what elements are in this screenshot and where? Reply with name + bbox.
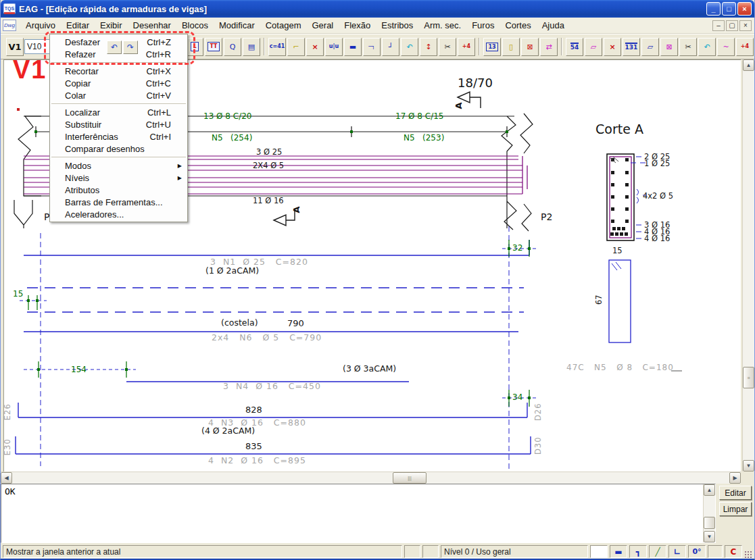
menu-item-colar[interactable]: Colar Ctrl+V (50, 89, 187, 101)
ortho-mode-icon[interactable]: ┓ (629, 545, 647, 558)
mdi-restore-button[interactable]: ▢ (726, 20, 738, 31)
command-scrollbar[interactable]: ▲ ▼ (703, 484, 715, 542)
table-list-button[interactable]: ▤ (243, 38, 260, 56)
edit-command-button[interactable]: Editar (719, 486, 752, 500)
menu-blocos[interactable]: Blocos (176, 18, 214, 32)
magnet-icon[interactable]: C (725, 545, 742, 558)
menu-label: Modos (65, 161, 171, 171)
menu-geral[interactable]: Geral (306, 18, 339, 32)
menu-label: Substituir (65, 120, 146, 130)
para-outline-button[interactable]: ▱ (641, 38, 659, 56)
stirrup-spacing-button[interactable]: u|u (325, 38, 343, 56)
menu-item-substituir[interactable]: Substituir Ctrl+U (50, 118, 187, 130)
bar-divide-button[interactable]: +4 (458, 38, 475, 56)
cmd-scroll-up-icon[interactable]: ▲ (704, 484, 715, 496)
scroll-down-icon[interactable]: ▼ (743, 460, 754, 472)
menu-item-barras[interactable]: Barras de Ferramentas... (50, 196, 187, 208)
bar-segment-button[interactable]: ▬ (344, 38, 362, 56)
loop2-button[interactable]: ↶ (698, 38, 716, 56)
bar-extend-button[interactable]: ─┐ (363, 38, 381, 56)
bar-corner-button[interactable]: ┘ (382, 38, 399, 56)
mdi-minimize-button[interactable]: – (712, 20, 725, 31)
resize-grip[interactable] (744, 551, 752, 559)
line-style-icon[interactable]: ▬ (610, 545, 627, 558)
drawing-name-input[interactable] (24, 39, 51, 54)
menu-item-niveis[interactable]: Níveis (50, 172, 187, 184)
vertical-arrows-icon: ↕ (425, 43, 431, 51)
menu-item-modos[interactable]: Modos (50, 159, 187, 172)
menu-item-localizar[interactable]: Localizar Ctrl+L (50, 106, 187, 118)
command-output[interactable]: OK (1, 484, 716, 543)
redo-icon[interactable]: ↷ (123, 41, 138, 54)
menu-arm-sec[interactable]: Arm. sec. (418, 18, 466, 32)
bars-131-button[interactable]: 131 (623, 38, 640, 56)
stirrup-highlight-button[interactable]: ⌐ (287, 38, 305, 56)
color-swatch[interactable] (590, 545, 608, 558)
n6-info: 2x4 N6 Ø 5 C=790 (212, 334, 322, 342)
divide4b-button[interactable]: +4 (736, 38, 754, 56)
scroll-left-icon[interactable]: ◀ (1, 472, 12, 484)
mdi-close-button[interactable]: × (739, 20, 752, 31)
cmd-scroll-down-icon[interactable]: ▼ (704, 531, 715, 542)
block-highlight-button[interactable]: ▯ (502, 38, 520, 56)
scroll-up-icon[interactable]: ▲ (743, 59, 754, 71)
snap-icon[interactable]: ╱ (649, 545, 666, 558)
menu-desenhar[interactable]: Desenhar (128, 18, 176, 32)
menu-cotagem[interactable]: Cotagem (260, 18, 307, 32)
bar-insert-button[interactable]: ↕ (420, 38, 437, 56)
block-13-button[interactable]: 13 (483, 38, 501, 56)
vscroll-thumb[interactable]: ≡ (743, 367, 754, 388)
menu-estribos[interactable]: Estribos (376, 18, 418, 32)
menu-furos[interactable]: Furos (466, 18, 500, 32)
maximize-button[interactable]: □ (722, 2, 736, 16)
cmd-scroll-thumb[interactable] (704, 517, 715, 529)
menu-item-copiar[interactable]: Copiar Ctrl+C (50, 77, 187, 89)
menu-flexao[interactable]: Flexão (339, 18, 376, 32)
menu-item-recortar[interactable]: Recortar Ctrl+X (50, 65, 187, 77)
command-panel: OK ▲ ▼ Editar Limpar (1, 484, 754, 543)
menu-separator (51, 103, 186, 104)
menu-item-interferencias[interactable]: Interferências Ctrl+I (50, 130, 187, 143)
vertical-scrollbar[interactable]: ▲ ≡ ▼ (742, 59, 754, 472)
block-delete-button[interactable]: ⊠ (521, 38, 539, 56)
cut2-button[interactable]: ✂ (679, 38, 697, 56)
undo-icon[interactable]: ↶ (107, 41, 122, 54)
corte-mid: 4x2 Ø 5 (643, 193, 673, 201)
close-button[interactable]: × (737, 2, 752, 16)
editor-tt-button[interactable]: TT (205, 38, 222, 56)
angle-indicator[interactable]: 0° (688, 545, 706, 558)
editor-l-button[interactable]: L (186, 38, 203, 56)
menu-item-comparar[interactable]: Comparar desenhos (50, 143, 187, 155)
axes-icon[interactable]: ∟ (668, 545, 686, 558)
para-x-button[interactable]: ⊠ (660, 38, 678, 56)
menu-shortcut: Ctrl+L (147, 107, 171, 118)
d30-label: D30 (535, 437, 543, 455)
menu-exibir[interactable]: Exibir (95, 18, 128, 32)
menu-item-aceleradores[interactable]: Aceleradores... (50, 208, 187, 220)
horizontal-scrollbar[interactable]: ◀ ||| ▶ (1, 472, 741, 484)
e30-label: E30 (4, 438, 12, 455)
stirrup-delete-button[interactable]: × (306, 38, 324, 56)
para-delete-button[interactable]: × (604, 38, 621, 56)
clear-command-button[interactable]: Limpar (719, 502, 752, 516)
zoom-query-button[interactable]: Q (224, 38, 241, 56)
hscroll-thumb[interactable]: ||| (393, 472, 427, 484)
menu-ajuda[interactable]: Ajuda (537, 18, 570, 32)
para-highlight-button[interactable]: ▱ (585, 38, 602, 56)
stirrup-info: 47C N5 Ø 8 C=180 (566, 363, 674, 372)
menu-item-atributos[interactable]: Atributos (50, 184, 187, 196)
v1-button[interactable]: V1 (6, 38, 24, 56)
tilde-button[interactable]: ~ (717, 38, 735, 56)
block-move-button[interactable]: ⇄ (540, 38, 558, 56)
spacing-icon: u|u (329, 44, 339, 49)
bar-link-button[interactable]: ↶ (401, 38, 418, 56)
scroll-right-icon[interactable]: ▶ (729, 472, 741, 484)
menu-editar[interactable]: Editar (61, 18, 95, 32)
menu-arquivo[interactable]: Arquivo (20, 18, 61, 32)
stirrup-c41-button[interactable]: c=41 (268, 38, 286, 56)
menu-cortes[interactable]: Cortes (500, 18, 536, 32)
bar-cut-button[interactable]: ✂ (439, 38, 456, 56)
minimize-button[interactable]: _ (706, 2, 721, 16)
line-54-button[interactable]: 54 (566, 38, 583, 56)
menu-modificar[interactable]: Modificar (214, 18, 260, 32)
